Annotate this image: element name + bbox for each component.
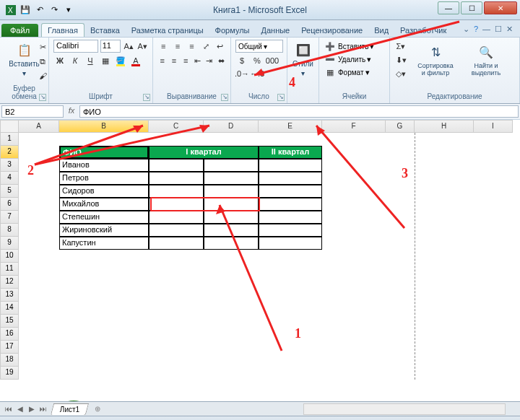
- row-header[interactable]: 3: [0, 159, 19, 172]
- row-header[interactable]: 9: [0, 237, 19, 250]
- cell[interactable]: [259, 198, 322, 211]
- row-header[interactable]: 5: [0, 185, 19, 198]
- help-icon[interactable]: ?: [474, 25, 478, 34]
- cell[interactable]: II квартал: [259, 146, 322, 159]
- sheet-nav-next-icon[interactable]: ▶: [26, 405, 38, 413]
- row-header[interactable]: 12: [0, 276, 19, 289]
- increase-indent-icon[interactable]: ⇥: [204, 54, 214, 67]
- cell[interactable]: [259, 185, 322, 198]
- insert-cells-button[interactable]: Вставить: [338, 43, 368, 51]
- dialog-launcher-icon[interactable]: ↘: [277, 94, 285, 101]
- cell[interactable]: [149, 224, 204, 237]
- cell[interactable]: [259, 224, 322, 237]
- increase-decimal-icon[interactable]: .0→: [235, 67, 248, 80]
- fill-icon[interactable]: ⬇▾: [394, 53, 407, 66]
- format-cells-icon[interactable]: ▦: [324, 66, 337, 79]
- cell[interactable]: Михайлов: [59, 198, 149, 211]
- grow-font-icon[interactable]: A▴: [123, 40, 134, 53]
- tab-developer[interactable]: Разработчик: [394, 24, 452, 37]
- cell[interactable]: [204, 211, 259, 224]
- row-header[interactable]: 11: [0, 263, 19, 276]
- align-left-icon[interactable]: ≡: [157, 54, 167, 67]
- column-header[interactable]: E: [259, 120, 322, 133]
- horizontal-scrollbar[interactable]: [303, 403, 506, 415]
- cell[interactable]: [204, 224, 259, 237]
- font-color-icon[interactable]: A: [129, 54, 142, 67]
- row-header[interactable]: 2: [0, 146, 19, 159]
- dialog-launcher-icon[interactable]: ↘: [221, 94, 228, 101]
- align-middle-icon[interactable]: ≡: [172, 40, 184, 53]
- delete-cells-icon[interactable]: ➖: [324, 53, 337, 66]
- cell[interactable]: [204, 237, 259, 250]
- row-header[interactable]: 15: [0, 315, 19, 328]
- clear-icon[interactable]: ◇▾: [394, 67, 407, 80]
- decrease-decimal-icon[interactable]: ←.0: [251, 67, 264, 80]
- cell[interactable]: [259, 159, 322, 172]
- qat-dropdown-icon[interactable]: ▾: [62, 4, 75, 17]
- row-header[interactable]: 6: [0, 198, 19, 211]
- sheet-nav-first-icon[interactable]: ⏮: [3, 405, 14, 413]
- formula-input[interactable]: ФИО: [79, 105, 519, 118]
- cell[interactable]: [149, 237, 204, 250]
- redo-icon[interactable]: ↷: [48, 4, 61, 17]
- italic-button[interactable]: К: [69, 54, 82, 67]
- cell[interactable]: [149, 185, 204, 198]
- doc-restore-icon[interactable]: ☐: [495, 25, 502, 34]
- cell[interactable]: [259, 211, 322, 224]
- cell[interactable]: [204, 159, 259, 172]
- cell[interactable]: I квартал: [149, 146, 259, 159]
- column-header[interactable]: G: [386, 120, 415, 133]
- file-tab[interactable]: Файл: [1, 24, 38, 37]
- delete-cells-button[interactable]: Удалить: [338, 56, 365, 64]
- minimize-button[interactable]: —: [438, 1, 459, 14]
- comma-format-icon[interactable]: 000: [266, 54, 279, 67]
- merge-center-icon[interactable]: ⬌: [217, 54, 226, 67]
- tab-insert[interactable]: Вставка: [84, 24, 126, 37]
- fill-color-icon[interactable]: 🪣: [114, 54, 127, 67]
- doc-close-icon[interactable]: ✕: [506, 25, 513, 34]
- fx-icon[interactable]: fx: [65, 104, 78, 119]
- row-header[interactable]: 13: [0, 289, 19, 302]
- cell[interactable]: Капустин: [59, 237, 149, 250]
- row-header[interactable]: 16: [0, 328, 19, 341]
- tab-data[interactable]: Данные: [255, 24, 295, 37]
- align-top-icon[interactable]: ≡: [157, 40, 170, 53]
- undo-icon[interactable]: ↶: [33, 4, 46, 17]
- new-sheet-icon[interactable]: ⊕: [95, 405, 100, 413]
- close-button[interactable]: ✕: [484, 1, 517, 14]
- copy-icon[interactable]: ⧉: [36, 55, 49, 68]
- cut-icon[interactable]: ✂: [36, 40, 49, 53]
- column-header[interactable]: D: [204, 120, 259, 133]
- tab-pagelayout[interactable]: Разметка страницы: [126, 24, 209, 37]
- sort-filter-button[interactable]: ⇅ Сортировка и фильтр: [413, 42, 458, 78]
- column-header[interactable]: A: [19, 120, 59, 133]
- column-header[interactable]: C: [149, 120, 204, 133]
- cell[interactable]: [149, 211, 204, 224]
- row-header[interactable]: 19: [0, 367, 19, 380]
- row-header[interactable]: 17: [0, 341, 19, 354]
- name-box[interactable]: B2: [1, 105, 64, 118]
- font-size-combo[interactable]: 11: [100, 40, 121, 53]
- number-format-combo[interactable]: Общий▾: [235, 40, 283, 53]
- find-select-button[interactable]: 🔍 Найти и выделить: [464, 42, 508, 78]
- dialog-launcher-icon[interactable]: ↘: [39, 94, 46, 101]
- tab-formulas[interactable]: Формулы: [209, 24, 256, 37]
- row-header[interactable]: 18: [0, 354, 19, 367]
- select-all-button[interactable]: [0, 120, 19, 133]
- cell[interactable]: ФИО: [59, 146, 149, 159]
- underline-button[interactable]: Ч: [84, 54, 97, 67]
- cell[interactable]: Жириновский: [59, 224, 149, 237]
- row-header[interactable]: 7: [0, 211, 19, 224]
- insert-cells-icon[interactable]: ➕: [324, 40, 337, 53]
- font-name-combo[interactable]: Calibri: [53, 40, 98, 53]
- autosum-icon[interactable]: Σ▾: [394, 40, 407, 53]
- align-bottom-icon[interactable]: ≡: [186, 40, 198, 53]
- cell[interactable]: [149, 159, 204, 172]
- cell-styles-button[interactable]: 🔲 Стили ▾: [292, 40, 314, 79]
- tab-view[interactable]: Вид: [368, 24, 394, 37]
- column-header[interactable]: H: [415, 120, 474, 133]
- tab-home[interactable]: Главная: [41, 23, 84, 37]
- percent-format-icon[interactable]: %: [251, 54, 264, 67]
- cell[interactable]: Сидоров: [59, 185, 149, 198]
- column-header[interactable]: F: [322, 120, 386, 133]
